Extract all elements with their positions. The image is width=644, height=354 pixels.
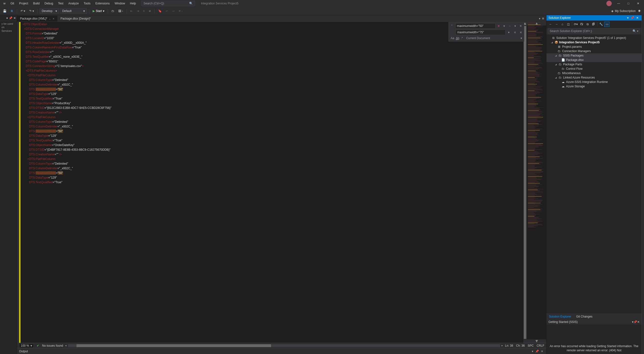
- menu-analyze[interactable]: Analyze: [66, 1, 81, 6]
- close-icon[interactable]: ✕: [635, 16, 640, 20]
- branch-combo[interactable]: Develop▾: [40, 8, 59, 14]
- indent-icon[interactable]: ⇤: [129, 8, 134, 14]
- package-dtsx-node[interactable]: 📄Package.dtsx: [546, 58, 642, 62]
- menu-help[interactable]: Help: [128, 1, 138, 6]
- bookmark-icon[interactable]: 🔖: [157, 8, 163, 14]
- uncomment-icon[interactable]: ≢: [147, 8, 152, 14]
- replace-input[interactable]: [456, 30, 506, 35]
- comment-icon[interactable]: ≡: [142, 8, 146, 14]
- collapse-all-icon[interactable]: ⧉: [585, 22, 590, 27]
- next-bookmark-icon[interactable]: ⤻: [170, 8, 176, 14]
- tool-icon-1[interactable]: 🗀: [110, 8, 116, 14]
- switch-views-icon[interactable]: ◫: [566, 22, 571, 27]
- sync-icon[interactable]: ⟳▾: [573, 22, 578, 27]
- find-options-icon[interactable]: ▾: [513, 24, 518, 28]
- menu-debug[interactable]: Debug: [42, 1, 56, 6]
- window-menu-icon[interactable]: ▾: [6, 17, 8, 20]
- pin-icon[interactable]: 📌: [534, 349, 540, 353]
- close-icon[interactable]: ✕: [14, 17, 16, 20]
- close-icon[interactable]: ✕: [540, 349, 544, 353]
- config-combo[interactable]: Default▾: [60, 8, 87, 14]
- save-icon[interactable]: 💾: [2, 8, 8, 14]
- package-parts-node[interactable]: ◢🗀Package Parts: [546, 62, 642, 67]
- scroll-down-icon[interactable]: ⯆: [527, 339, 546, 343]
- close-find-icon[interactable]: ✕: [518, 24, 523, 28]
- clear-bookmark-icon[interactable]: ⤲ ▫: [177, 8, 184, 14]
- tab-list-icon[interactable]: ▾: [539, 17, 540, 20]
- solution-node[interactable]: ⧉Solution 'Integration Services Project5…: [546, 36, 642, 40]
- find-dropdown-icon[interactable]: ▾: [502, 24, 506, 28]
- menu-build[interactable]: Build: [30, 1, 42, 6]
- regex-icon[interactable]: .*: [461, 37, 463, 40]
- code-editor[interactable]: <DTS:ObjectData> <DTS:ConnectionManager …: [19, 22, 523, 343]
- tab-package-xml[interactable]: Package.dtsx [XML]* ⟂ ✕: [17, 16, 58, 22]
- menu-extensions[interactable]: Extensions: [93, 1, 112, 6]
- forward-icon[interactable]: →: [554, 22, 559, 27]
- outdent-icon[interactable]: ⇥: [135, 8, 140, 14]
- undo-icon[interactable]: ↶ ▾: [19, 8, 27, 14]
- close-window-button[interactable]: ✕: [633, 2, 643, 5]
- control-flow-node[interactable]: 🗀Control Flow: [546, 67, 642, 71]
- back-icon[interactable]: ←: [548, 22, 553, 27]
- find-next-icon[interactable]: →: [508, 24, 512, 28]
- match-case-icon[interactable]: Aa: [451, 37, 454, 40]
- subscription-button[interactable]: ◈My Subscription: [611, 9, 636, 13]
- azure-storage-node[interactable]: ☁Azure Storage: [546, 84, 642, 89]
- zoom-combo[interactable]: 100 %▾: [19, 343, 34, 348]
- menu-test[interactable]: Test: [56, 1, 66, 6]
- expand-toggle-icon[interactable]: ˄: [450, 24, 454, 28]
- preview-icon[interactable]: ▭: [604, 22, 610, 27]
- menu-git[interactable]: Git: [8, 1, 16, 6]
- expander-icon[interactable]: ◢: [550, 41, 553, 44]
- tab-package-design[interactable]: Package.dtsx [Design]*: [58, 16, 94, 22]
- vertical-scrollbar[interactable]: ⯅: [523, 22, 527, 343]
- find-input[interactable]: [455, 23, 496, 29]
- global-search[interactable]: Search (Ctrl+Q) 🔍: [141, 1, 195, 6]
- expander-icon[interactable]: ◢: [554, 76, 557, 79]
- code-minimap[interactable]: ⯅ ⯆: [527, 22, 546, 343]
- properties-icon[interactable]: 🔧: [598, 22, 604, 27]
- project-params-node[interactable]: ⊞Project.params: [546, 45, 642, 49]
- show-all-icon[interactable]: 🗐: [591, 22, 596, 27]
- menu-tools[interactable]: Tools: [81, 1, 93, 6]
- refresh-icon[interactable]: 🗘: [579, 22, 584, 27]
- menu-window[interactable]: Window: [112, 1, 128, 6]
- scope-dropdown-icon[interactable]: ▾: [520, 37, 522, 40]
- pin-icon[interactable]: 📌: [630, 16, 635, 20]
- azure-runtime-node[interactable]: ☁Azure-SSIS Integration Runtime: [546, 80, 642, 84]
- miscellaneous-node[interactable]: 🗀Miscellaneous: [546, 71, 642, 75]
- project-node[interactable]: ◢📦Integration Services Project5: [546, 40, 642, 45]
- tool-icon-2[interactable]: 🖼 ▫: [117, 8, 125, 14]
- replace-dropdown-icon[interactable]: ▾: [506, 30, 511, 35]
- linked-azure-node[interactable]: ◢🗀Linked Azure Resources: [546, 75, 642, 80]
- user-avatar[interactable]: [606, 1, 612, 6]
- pin-icon[interactable]: 📌: [634, 320, 637, 324]
- connection-managers-node[interactable]: 🗀Connection Managers: [546, 49, 642, 53]
- pin-icon[interactable]: ⟂: [49, 17, 50, 20]
- horizontal-scrollbar[interactable]: ◂ ▸: [68, 344, 500, 347]
- close-icon[interactable]: ✕: [637, 320, 640, 324]
- solution-explorer-search[interactable]: Search Solution Explorer (Ctrl+;) 🔍 ▾: [548, 28, 640, 34]
- minimize-button[interactable]: —: [614, 2, 624, 5]
- tab-settings-icon[interactable]: ✲: [542, 17, 544, 20]
- maximize-button[interactable]: □: [624, 2, 633, 5]
- save-all-icon[interactable]: 🗎: [9, 8, 15, 14]
- replace-all-icon[interactable]: ⤨: [518, 30, 523, 35]
- menu-view[interactable]: w: [1, 1, 8, 6]
- start-button[interactable]: ▶Start ▾: [91, 8, 106, 14]
- feedback-icon[interactable]: 🗣: [637, 8, 642, 14]
- clear-search-icon[interactable]: ✕: [496, 24, 501, 28]
- prev-bookmark-icon[interactable]: ⤺: [164, 8, 170, 14]
- close-tab-icon[interactable]: ✕: [52, 17, 54, 20]
- window-menu-icon[interactable]: ▾: [626, 16, 630, 20]
- tab-solution-explorer[interactable]: Solution Explorer: [546, 314, 574, 319]
- expander-icon[interactable]: ◢: [554, 63, 557, 66]
- replace-next-icon[interactable]: ⤭: [512, 30, 517, 35]
- tab-git-changes[interactable]: Git Changes: [574, 314, 595, 319]
- pin-icon[interactable]: 📌: [9, 17, 12, 20]
- whole-word-icon[interactable]: A̲b: [456, 37, 460, 40]
- home-icon[interactable]: ⌂: [560, 22, 565, 27]
- menu-project[interactable]: Project: [16, 1, 30, 6]
- ssis-packages-node[interactable]: ◢🗀SSIS Packages: [546, 53, 642, 58]
- window-menu-icon[interactable]: ▾: [531, 349, 534, 353]
